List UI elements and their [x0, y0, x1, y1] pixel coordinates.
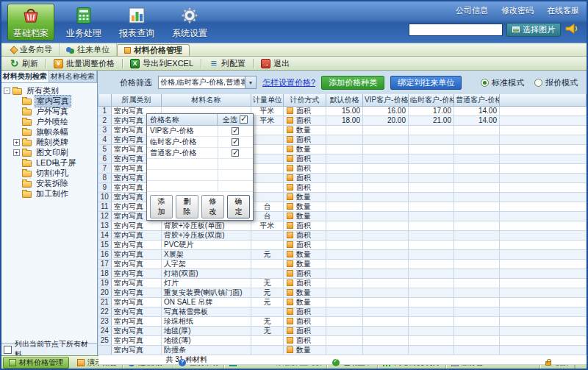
online-help-icon	[179, 359, 186, 366]
toolbar-button-adjust-price[interactable]: 批量调整价格	[49, 57, 119, 70]
horn-icon[interactable]	[564, 22, 579, 37]
popup-buttons: 添加删除修改确定	[147, 192, 253, 221]
table-row[interactable]: 18室内写真灯箱(双面)面积	[98, 268, 587, 278]
tree-item[interactable]: 户外喷绘	[1, 116, 97, 127]
cell-material-name: 灯片	[162, 278, 251, 288]
folder-icon	[22, 191, 32, 198]
cell-normal-price	[454, 316, 500, 326]
table-row[interactable]: 20室内写真重复安装费(喇叭镇门面)元数量	[98, 288, 587, 297]
cell-row-number: 5	[98, 144, 112, 154]
list-all-materials-checkbox[interactable]	[4, 346, 12, 354]
tree-item[interactable]: LED电子屏	[1, 157, 97, 168]
pricing-method-icon	[287, 165, 293, 171]
tab-business-wizard[interactable]: 业务向导	[4, 43, 60, 56]
table-row[interactable]: 25室内写真地毯(薄)面积	[98, 335, 587, 345]
confirm-button[interactable]: 确定	[227, 195, 250, 218]
table-row[interactable]: 22室内写真写真裱雪弗板面积	[98, 307, 587, 316]
change-password-link[interactable]: 修改密码	[501, 5, 534, 16]
nav-item-settings[interactable]: 系统设置	[166, 4, 213, 40]
expand-minus-icon[interactable]: -	[4, 88, 10, 94]
add-price-type-button[interactable]: 添加价格种类	[321, 76, 384, 90]
expand-plus-icon[interactable]: +	[13, 149, 20, 156]
price-type-row[interactable]: 临时客户-价格	[147, 137, 253, 148]
table-row[interactable]: 19室内写真灯片无面积	[98, 278, 587, 288]
column-header[interactable]	[500, 94, 587, 106]
column-header[interactable]: 默认价格	[326, 94, 363, 106]
folder-icon	[22, 171, 32, 177]
column-header[interactable]: 材料名称	[162, 94, 251, 106]
tree-item[interactable]: 加工制作	[1, 188, 97, 199]
cell-material-name: PVC硬片	[162, 240, 251, 249]
modify-button[interactable]: 修改	[201, 195, 224, 218]
table-row[interactable]: 17室内写真人字架数量	[98, 259, 587, 268]
how-to-set-price-link[interactable]: 怎样设置价格?	[262, 77, 315, 88]
status-module[interactable]: 材料价格管理	[3, 357, 69, 369]
company-info-link[interactable]: 公司信息	[456, 5, 488, 16]
cell-normal-price	[454, 125, 500, 135]
nav-item-business[interactable]: 业务处理	[60, 4, 107, 40]
cell-filler	[500, 106, 587, 115]
quote-mode-radio[interactable]: 报价模式	[534, 77, 578, 88]
table-row[interactable]: 16室内写真X展架元数量	[98, 249, 587, 259]
price-type-checkbox[interactable]	[232, 127, 239, 135]
column-header[interactable]: 普通客户-价格	[454, 94, 500, 106]
table-row[interactable]: 14室内写真背胶+冷压板(双面)面积	[98, 230, 587, 240]
bind-to-units-button[interactable]: 绑定到往来单位	[390, 76, 462, 90]
tree-item[interactable]: 旗帜条幅	[1, 127, 97, 137]
pricing-method-icon	[287, 155, 293, 162]
tab-category-search[interactable]: 材料类别检索	[1, 71, 49, 82]
pricing-method-icon	[287, 193, 293, 200]
summary-text: 共 31 种材料	[98, 355, 587, 364]
toolbar-button-export-excel[interactable]: 导出到EXCEL	[126, 57, 198, 70]
table-row[interactable]: 13室内写真背胶+冷压板(单面)平米面积	[98, 221, 587, 230]
cell-default-price	[326, 316, 363, 326]
select-picture-button[interactable]: 选择图片	[506, 23, 561, 37]
cell-category: 室内写真	[112, 268, 162, 278]
search-input[interactable]	[409, 24, 503, 36]
toolbar-button-refresh[interactable]: 刷新	[5, 57, 43, 70]
nav-item-reports[interactable]: 报表查询	[113, 4, 160, 40]
table-row[interactable]: 24室内写真地毯(厚)无面积	[98, 326, 587, 335]
price-type-checkbox[interactable]	[232, 149, 239, 157]
tree-item[interactable]: 安装拆除	[1, 178, 97, 188]
cell-default-price	[326, 221, 363, 230]
column-header[interactable]	[98, 94, 112, 106]
tree-item[interactable]: 切割冲孔	[1, 168, 97, 178]
table-row[interactable]: 23室内写真珍珠相纸无面积	[98, 316, 587, 326]
standard-mode-radio[interactable]: 标准模式	[481, 77, 524, 88]
expand-plus-icon[interactable]: +	[13, 139, 20, 146]
tree-item[interactable]: 室内写真	[1, 96, 97, 106]
toolbar-button-exit[interactable]: 退出	[257, 57, 294, 70]
column-header[interactable]: 计价方式	[284, 94, 326, 106]
tree-item[interactable]: +雕刻类牌	[1, 137, 97, 147]
price-type-row[interactable]: 普通客户-价格	[147, 148, 253, 159]
select-all-checkbox[interactable]	[240, 115, 248, 124]
tab-material-price-management[interactable]: 材料价格管理	[117, 44, 190, 56]
tab-name-search[interactable]: 材料名称检索	[49, 71, 97, 82]
column-header[interactable]: 所属类别	[112, 94, 162, 106]
online-service-link[interactable]: 在线客服	[547, 5, 579, 16]
table-row[interactable]: 室内写真防撞条数量	[98, 345, 587, 355]
combo-dropdown-icon[interactable]	[245, 77, 256, 88]
price-type-checkbox[interactable]	[232, 138, 239, 146]
column-header[interactable]: 临时客户-价格	[409, 94, 454, 106]
tree-item-label: 图文印刷	[35, 147, 70, 158]
cell-normal-price	[454, 268, 500, 278]
delete-button[interactable]: 删除	[176, 195, 198, 218]
tree-item[interactable]: 户外写真	[1, 106, 97, 116]
cell-unit: 无	[251, 326, 284, 335]
price-type-row[interactable]: VIP客户-价格	[147, 126, 253, 137]
add-button[interactable]: 添加	[150, 195, 173, 218]
cell-material-name: 重复安装费(喇叭镇门面)	[162, 288, 251, 297]
toolbar-button-column-config[interactable]: 列配置	[204, 57, 250, 70]
table-row[interactable]: 21室内写真ON SALE 吊牌元数量	[98, 297, 587, 307]
nav-item-basic-archives[interactable]: 基础档案	[7, 4, 54, 40]
table-row[interactable]: 15室内写真PVC硬片面积	[98, 240, 587, 249]
column-header[interactable]: VIP客户-价格	[363, 94, 409, 106]
column-header[interactable]: 计量单位	[251, 94, 284, 106]
pricing-method-icon	[287, 232, 293, 238]
tab-business-units[interactable]: 往来单位	[60, 43, 117, 56]
price-filter-combo[interactable]: 价格,临时客户-价格,普通客户-价格	[158, 76, 257, 89]
tree-item[interactable]: +图文印刷	[1, 147, 97, 157]
popup-header-select-all[interactable]: 全选	[218, 114, 253, 125]
